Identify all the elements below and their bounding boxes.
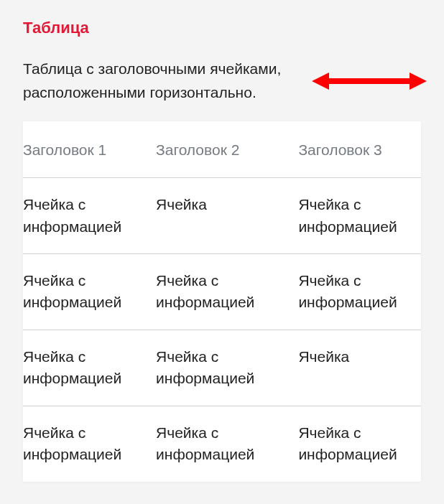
table-header-cell: Заголовок 2	[149, 121, 291, 178]
table-row: Ячейка с информацией Ячейка с информацие…	[23, 253, 421, 330]
section-title: Таблица	[23, 19, 421, 37]
section-description: Таблица с заголовочными ячейками, распол…	[23, 57, 302, 104]
description-row: Таблица с заголовочными ячейками, распол…	[23, 57, 421, 104]
table-cell: Ячейка с информацией	[149, 330, 291, 406]
data-table: Заголовок 1 Заголовок 2 Заголовок 3 Заго…	[23, 121, 421, 482]
table-row: Ячейка с информацией Ячейка с информацие…	[23, 406, 421, 481]
table-cell: Ячейка с информацией	[23, 253, 149, 330]
table-cell: Ячейка с информацией	[149, 406, 291, 481]
table-cell: Ячейка с информацией	[291, 406, 421, 481]
table-cell: Ячейка с информацией	[23, 178, 149, 254]
table-row: Ячейка с информацией Ячейка Ячейка с инф…	[23, 178, 421, 254]
double-headed-arrow-icon	[312, 70, 427, 92]
table-row: Ячейка с информацией Ячейка с информацие…	[23, 330, 421, 406]
table-cell: Ячейка с информацией	[291, 178, 421, 254]
table-cell: Ячейка	[291, 330, 421, 406]
table-header-row: Заголовок 1 Заголовок 2 Заголовок 3 Заго…	[23, 121, 421, 178]
table-cell: Ячейка с информацией	[23, 330, 149, 406]
table-cell: Ячейка	[149, 178, 291, 254]
table-cell: Ячейка с информацией	[23, 406, 149, 481]
svg-marker-0	[312, 73, 329, 90]
svg-rect-1	[328, 78, 411, 84]
svg-marker-2	[410, 73, 427, 90]
table-card: Заголовок 1 Заголовок 2 Заголовок 3 Заго…	[23, 121, 421, 482]
table-header-cell: Заголовок 1	[23, 121, 149, 178]
table-header-cell: Заголовок 3	[291, 121, 421, 178]
table-scroll-container[interactable]: Заголовок 1 Заголовок 2 Заголовок 3 Заго…	[23, 121, 421, 482]
table-cell: Ячейка с информацией	[149, 253, 291, 330]
table-cell: Ячейка с информацией	[291, 253, 421, 330]
